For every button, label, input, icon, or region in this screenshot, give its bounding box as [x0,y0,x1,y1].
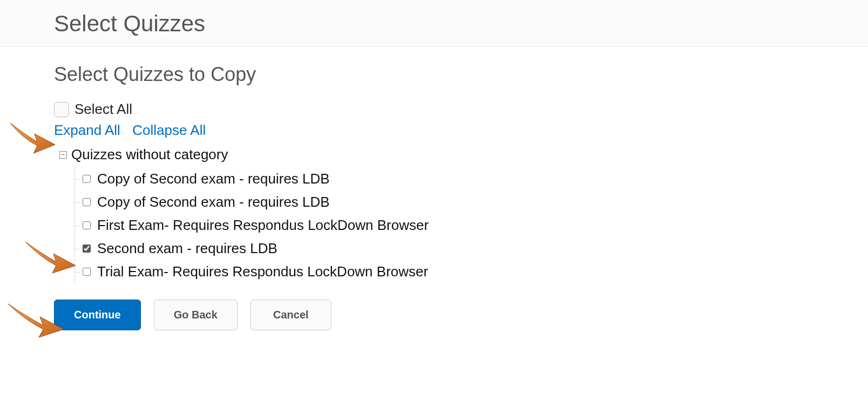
quiz-label: Trial Exam- Requires Respondus LockDown … [97,263,428,280]
category-label: Quizzes without category [71,146,228,163]
quiz-checkbox[interactable] [83,244,91,253]
quiz-label: Copy of Second exam - requires LDB [97,194,330,210]
subtitle: Select Quizzes to Copy [54,63,868,86]
quiz-item: Copy of Second exam - requires LDB [75,167,868,191]
main-content: Select Quizzes to Copy Select All Expand… [0,47,868,330]
quiz-label: Second exam - requires LDB [97,240,277,257]
quiz-checkbox[interactable] [83,198,91,206]
continue-button[interactable]: Continue [54,300,141,330]
go-back-button[interactable]: Go Back [154,300,238,330]
quiz-label: Copy of Second exam - requires LDB [97,171,330,187]
quiz-item: First Exam- Requires Respondus LockDown … [75,214,868,237]
quiz-item: Second exam - requires LDB [75,237,868,260]
page-title: Select Quizzes [54,11,868,37]
expand-all-link[interactable]: Expand All [54,122,120,138]
expand-collapse-row: Expand All Collapse All [54,122,868,139]
category-row[interactable]: − Quizzes without category [59,146,868,163]
button-row: Continue Go Back Cancel [54,300,868,330]
select-all-label: Select All [74,101,132,118]
quiz-item: Trial Exam- Requires Respondus LockDown … [75,260,868,283]
quiz-checkbox[interactable] [83,175,91,183]
select-all-checkbox[interactable] [54,102,69,117]
quiz-item: Copy of Second exam - requires LDB [75,191,868,214]
collapse-icon[interactable]: − [59,151,67,159]
select-all-row: Select All [54,101,868,118]
quiz-checkbox[interactable] [83,268,91,276]
quiz-checkbox[interactable] [83,221,91,229]
cancel-button[interactable]: Cancel [250,300,331,330]
quiz-list: Copy of Second exam - requires LDB Copy … [74,167,868,283]
quiz-tree: − Quizzes without category Copy of Secon… [59,146,868,283]
collapse-all-link[interactable]: Collapse All [132,122,206,138]
quiz-label: First Exam- Requires Respondus LockDown … [97,217,429,234]
header: Select Quizzes [0,0,868,47]
